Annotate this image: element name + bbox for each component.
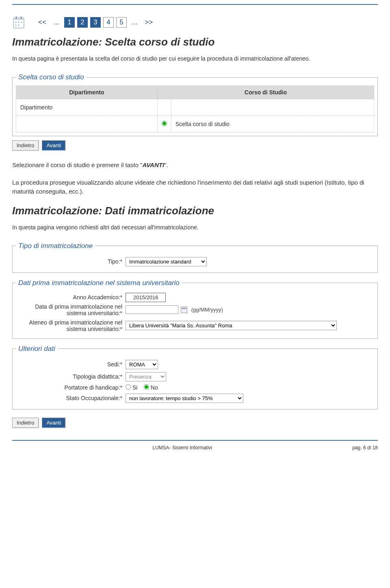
wizard-prev[interactable]: << [36,17,49,28]
label-ateneo: Ateneo di prima immatricolazione nel sis… [16,319,126,332]
radio-handicap-si[interactable] [126,384,131,390]
fieldset-ulteriori-dati: Ulteriori dati Sedi:* ROMA Tipologia did… [12,345,378,409]
label-sedi: Sedi:* [16,361,126,368]
avanti-button-2[interactable]: Avanti [42,418,65,428]
instruction-1: Selezionare il corso di studio e premere… [12,161,378,170]
radio-handicap-no[interactable] [144,384,149,390]
wizard-next[interactable]: >> [142,17,155,28]
svg-point-5 [18,22,19,23]
label-anno-accademico: Anno Accademico:* [16,294,126,301]
wizard-dots-left[interactable]: ... [51,17,62,28]
radio-handicap-si-label[interactable]: Si [126,384,137,391]
footer: LUMSA- Sistemi Informativi pag. 6 di 18 [12,445,378,459]
fieldset-dati-prima: Dati prima immatricolazione nel sistema … [12,279,378,339]
label-stato-occupazionale: Stato Occupazionale:* [16,395,126,401]
cell-corso: Scelta corso di studio [171,116,374,133]
input-data-prima[interactable] [126,305,178,314]
th-dipartimento: Dipartimento [16,86,158,99]
radio-handicap-no-label[interactable]: No [144,384,158,391]
indietro-button[interactable]: Indietro [12,140,39,150]
select-sedi[interactable]: ROMA [126,360,158,369]
divider-bottom [12,440,378,441]
indietro-button-2[interactable]: Indietro [12,418,39,428]
select-tipologia-didattica[interactable]: Presenza [126,372,166,381]
avanti-button[interactable]: Avanti [42,140,65,150]
fieldset-tipo-immatricolazione: Tipo di immatricolazione Tipo:* Immatric… [12,242,378,273]
wizard-step-4[interactable]: 4 [103,17,114,28]
value-anno-accademico: 2015/2016 [126,293,166,302]
divider-top [12,4,378,5]
label-handicap: Portatore di handicap:* [16,384,126,391]
table-row: Scelta corso di studio [16,116,374,133]
course-table: Dipartimento Corso di Studio Dipartiment… [16,85,374,133]
select-stato-occupazionale[interactable]: non lavoratore: tempo studio > 75% [126,394,243,403]
fieldset-scelta-corso: Scelta corso di studio Dipartimento Cors… [12,73,378,136]
calendar-icon [12,15,25,30]
label-tipologia-didattica: Tipologia didattica:* [16,373,126,380]
svg-point-6 [21,22,22,23]
page-title-2: Immatricolazione: Dati immatricolazione [12,205,378,217]
wizard-dots-right[interactable]: ... [129,17,140,28]
wizard-step-1[interactable]: 1 [64,17,75,28]
svg-rect-1 [13,17,24,20]
select-tipo[interactable]: Immatricolazione standard [126,257,207,266]
th-corso: Corso di Studio [157,86,374,99]
intro-1: In questa pagina è presentata la scelta … [12,54,378,63]
table-row: Dipartimento [16,99,374,116]
wizard-step-2[interactable]: 2 [77,17,88,28]
intro-2: In questa pagina vengono richiesti altri… [12,223,378,232]
footer-center: LUMSA- Sistemi Informativi [152,445,212,451]
wizard-steps: << ... 1 2 3 4 5 ... >> [12,15,378,30]
legend-scelta-corso: Scelta corso di studio [16,73,87,81]
instruction-2: La procedura prosegue visualizzando alcu… [12,178,378,196]
legend-ulteriori: Ulteriori dati [16,345,58,353]
calendar-picker-icon[interactable] [181,307,187,313]
wizard-step-3[interactable]: 3 [90,17,101,28]
svg-point-4 [15,22,16,23]
svg-point-7 [15,25,16,26]
page-title-1: Immatricolazione: Scelta corso di studio [12,36,378,48]
legend-tipo: Tipo di immatricolazione [16,242,95,250]
label-data-prima: Data di prima immatricolazione nel siste… [16,303,126,316]
legend-dati-prima: Dati prima immatricolazione nel sistema … [16,279,182,287]
radio-corso[interactable] [162,121,167,126]
wizard-step-5[interactable]: 5 [116,17,127,28]
label-tipo: Tipo:* [16,258,126,265]
svg-point-8 [18,25,19,26]
footer-page: pag. 6 di 18 [352,445,378,451]
select-ateneo[interactable]: Libera Università "Maria Ss. Assunta" Ro… [126,321,337,330]
cell-dipartimento: Dipartimento [16,99,158,116]
date-hint: (gg/MM/yyyy) [191,307,223,313]
